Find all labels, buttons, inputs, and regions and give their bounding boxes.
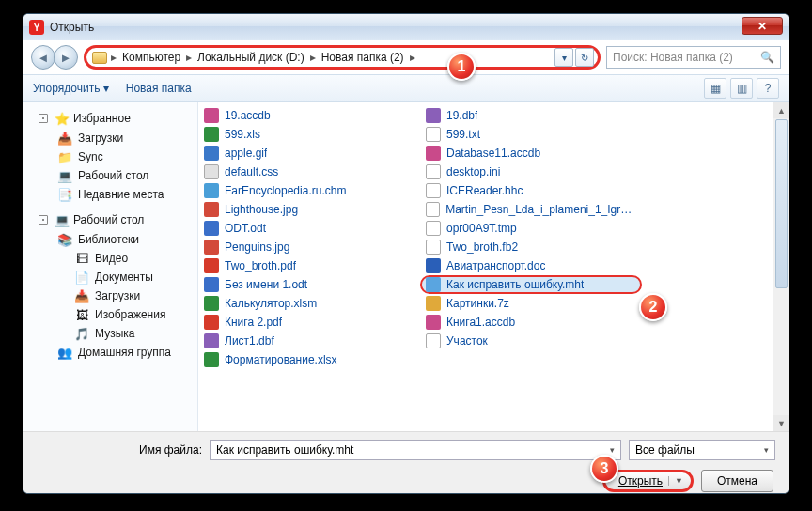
file-item[interactable]: Lighthouse.jpg — [198, 200, 420, 219]
refresh-button[interactable]: ↻ — [575, 48, 594, 67]
open-dropdown-icon[interactable]: ▼ — [668, 476, 683, 486]
filename-label: Имя файла: — [37, 443, 202, 457]
app-icon: Y — [29, 20, 44, 35]
nav-row: ◄ ► ▸ Компьютер ▸ Локальный диск (D:) ▸ … — [23, 40, 789, 74]
file-item[interactable]: Книга 2.pdf — [198, 313, 420, 332]
scroll-up-icon[interactable]: ▲ — [773, 102, 789, 118]
scroll-down-icon[interactable]: ▼ — [773, 415, 789, 431]
file-name: Lighthouse.jpg — [225, 203, 298, 216]
file-name: desktop.ini — [446, 165, 500, 178]
file-item[interactable]: Database11.accdb — [420, 144, 642, 163]
file-icon — [426, 333, 441, 348]
expand-icon — [39, 114, 48, 123]
file-item[interactable]: opr00A9T.tmp — [420, 219, 642, 238]
file-item[interactable]: apple.gif — [198, 144, 420, 163]
file-item[interactable]: 19.dbf — [420, 106, 642, 125]
file-icon — [426, 146, 441, 161]
file-item[interactable]: Two_broth.fb2 — [420, 238, 642, 256]
view-mode-button[interactable]: ▦ — [704, 78, 726, 99]
breadcrumb[interactable]: Компьютер — [120, 51, 182, 64]
footer: Имя файла: Как исправить ошибку.mht▾ Все… — [23, 431, 789, 494]
file-icon — [204, 296, 219, 311]
file-icon — [426, 258, 441, 273]
breadcrumb[interactable]: Новая папка (2) — [320, 51, 406, 64]
file-item[interactable]: Картинки.7z — [420, 294, 642, 313]
navigation-sidebar[interactable]: ⭐ Избранное 📥Загрузки 📁Sync 💻Рабочий сто… — [23, 102, 198, 431]
nav-back-button[interactable]: ◄ — [31, 45, 55, 70]
sidebar-item-documents[interactable]: 📄Документы — [23, 268, 197, 286]
sidebar-item-libraries[interactable]: 📚Библиотеки — [23, 230, 197, 249]
address-dropdown-button[interactable]: ▾ — [554, 48, 573, 67]
sidebar-group-favorites[interactable]: ⭐ Избранное — [23, 108, 197, 129]
file-item[interactable]: Two_broth.pdf — [198, 256, 420, 275]
sidebar-item-video[interactable]: 🎞Видео — [23, 249, 197, 268]
sidebar-item-downloads[interactable]: 📥Загрузки — [23, 129, 197, 147]
scrollbar[interactable]: ▲ ▼ — [773, 102, 789, 431]
cancel-button[interactable]: Отмена — [701, 470, 773, 492]
file-name: Картинки.7z — [446, 297, 509, 310]
file-name: apple.gif — [225, 147, 267, 160]
file-icon — [204, 221, 219, 236]
new-folder-button[interactable]: Новая папка — [126, 82, 192, 95]
file-name: Two_broth.pdf — [225, 259, 296, 272]
file-item[interactable]: Форматирование.xlsx — [198, 350, 420, 369]
sidebar-item-sync[interactable]: 📁Sync — [23, 147, 197, 166]
file-item[interactable]: 599.xls — [198, 125, 420, 144]
sidebar-item-homegroup[interactable]: 👥Домашняя группа — [23, 343, 197, 362]
sidebar-item-images[interactable]: 🖼Изображения — [23, 305, 197, 324]
file-item[interactable]: ICEReader.hhc — [420, 181, 642, 200]
sidebar-item-downloads2[interactable]: 📥Загрузки — [23, 286, 197, 305]
file-icon — [426, 183, 441, 198]
file-item[interactable]: 599.txt — [420, 125, 642, 144]
file-item[interactable]: Penguins.jpg — [198, 238, 420, 256]
callout-3: 3 — [590, 455, 618, 483]
file-name: Лист1.dbf — [225, 334, 274, 348]
file-icon — [204, 127, 219, 142]
breadcrumb[interactable]: Локальный диск (D:) — [195, 51, 306, 64]
file-item[interactable]: FarEncyclopedia.ru.chm — [198, 181, 420, 200]
file-name: Авиатранспорт.doc — [446, 259, 545, 272]
search-input[interactable]: Поиск: Новая папка (2) 🔍 — [606, 46, 781, 69]
filename-input[interactable]: Как исправить ошибку.mht▾ — [210, 440, 621, 460]
file-item[interactable]: 19.accdb — [198, 106, 420, 125]
scroll-thumb[interactable] — [775, 119, 788, 288]
open-dialog: Y Открыть ✕ ◄ ► ▸ Компьютер ▸ Локальный … — [23, 13, 789, 494]
help-button[interactable]: ? — [757, 78, 779, 99]
chevron-icon: ▸ — [408, 51, 417, 64]
nav-forward-button[interactable]: ► — [54, 45, 78, 70]
sidebar-item-music[interactable]: 🎵Музыка — [23, 324, 197, 343]
file-icon — [204, 333, 219, 348]
sidebar-item-desktop[interactable]: 💻Рабочий стол — [23, 166, 197, 185]
close-button[interactable]: ✕ — [742, 17, 783, 35]
file-item[interactable]: Калькулятор.xlsm — [198, 294, 420, 313]
file-name: Без имени 1.odt — [225, 278, 307, 291]
file-item[interactable]: ODT.odt — [198, 219, 420, 238]
file-name: Two_broth.fb2 — [446, 240, 518, 254]
file-icon — [204, 277, 219, 292]
file-item[interactable]: Книга1.accdb — [420, 313, 642, 332]
sidebar-item-recent[interactable]: 📑Недавние места — [23, 185, 197, 204]
file-name: Database11.accdb — [446, 147, 540, 160]
file-item[interactable]: Martin_Pesn_Lda_i_plameni_1_Igra_p... — [420, 200, 642, 219]
file-item[interactable]: Участок — [420, 332, 642, 350]
file-item[interactable]: Авиатранспорт.doc — [420, 256, 642, 275]
callout-1: 1 — [447, 53, 476, 81]
file-icon — [426, 202, 440, 217]
chevron-icon: ▸ — [184, 51, 194, 64]
organize-menu[interactable]: Упорядочить ▾ — [33, 82, 109, 95]
file-item[interactable]: desktop.ini — [420, 163, 642, 181]
chevron-icon: ▸ — [308, 51, 318, 64]
file-item[interactable]: Без имени 1.odt — [198, 275, 420, 294]
file-icon — [204, 164, 219, 179]
file-icon — [204, 146, 219, 161]
file-type-select[interactable]: Все файлы▾ — [629, 440, 775, 460]
search-placeholder: Поиск: Новая папка (2) — [613, 51, 755, 64]
file-item[interactable]: Как исправить ошибку.mht — [420, 275, 642, 294]
address-bar[interactable]: ▸ Компьютер ▸ Локальный диск (D:) ▸ Нова… — [88, 51, 554, 64]
file-item[interactable]: default.css — [198, 163, 420, 181]
preview-pane-button[interactable]: ▥ — [730, 78, 753, 99]
file-list[interactable]: 19.accdb599.xlsapple.gifdefault.cssFarEn… — [198, 102, 789, 431]
file-name: 599.xls — [225, 128, 260, 141]
file-item[interactable]: Лист1.dbf — [198, 332, 420, 350]
sidebar-group-desktop[interactable]: 💻 Рабочий стол — [23, 209, 197, 230]
